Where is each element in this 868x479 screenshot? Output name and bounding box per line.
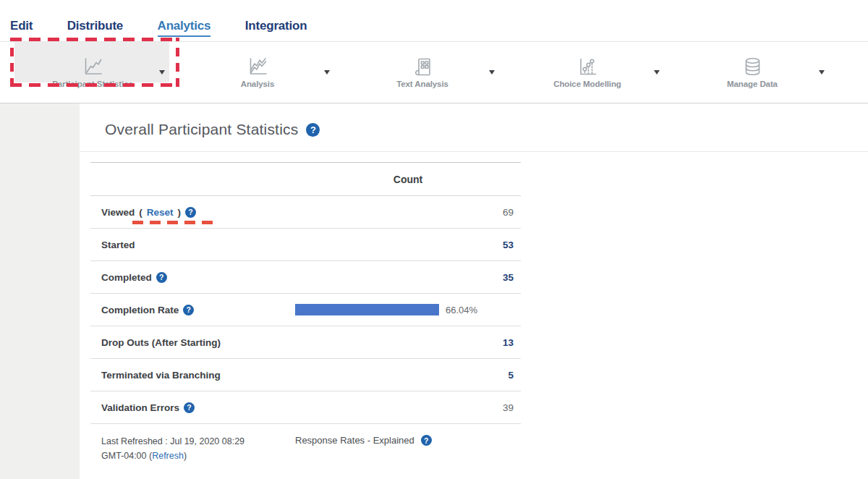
chevron-down-icon[interactable] xyxy=(654,70,660,75)
response-rates-label: Response Rates - Explained xyxy=(295,435,414,446)
chevron-down-icon[interactable] xyxy=(159,70,165,75)
row-label-text: Validation Errors xyxy=(101,402,179,413)
chevron-down-icon[interactable] xyxy=(819,70,825,75)
nav-item-edit[interactable]: Edit xyxy=(10,19,33,33)
row-label: Completed xyxy=(90,272,295,283)
completion-rate-bar xyxy=(295,304,439,315)
refresh-link[interactable]: Refresh xyxy=(152,451,184,461)
annotation-dashed-underline xyxy=(132,221,213,224)
row-label-text: Started xyxy=(101,240,135,250)
row-label: Validation Errors xyxy=(90,402,295,413)
page-content: Overall Participant Statistics Count Vie… xyxy=(0,103,868,479)
toolbar-item-choice-modelling[interactable]: Choice Modelling xyxy=(505,42,670,103)
divider xyxy=(80,151,868,152)
row-label-text: Completion Rate xyxy=(101,305,179,315)
row-label: Completion Rate xyxy=(90,305,295,315)
table-footer: Last Refreshed : Jul 19, 2020 08:29 GMT-… xyxy=(90,424,521,463)
last-refreshed-line2-suffix: ) xyxy=(184,451,187,461)
participant-statistics-card: Overall Participant Statistics Count Vie… xyxy=(80,103,868,479)
chevron-down-icon[interactable] xyxy=(324,70,330,75)
paren-open: ( xyxy=(139,207,142,218)
row-value: 39 xyxy=(295,402,521,413)
toolbar-item-participant-statistics[interactable]: Participant Statistics xyxy=(10,42,175,103)
row-value: 5 xyxy=(295,370,521,381)
toolbar-item-label: Choice Modelling xyxy=(553,80,621,88)
analytics-toolbar: Participant Statistics Analysis xyxy=(0,41,868,103)
document-grid-icon xyxy=(412,56,433,77)
nav-item-analytics[interactable]: Analytics xyxy=(158,19,211,37)
toolbar-item-label: Text Analysis xyxy=(396,80,448,88)
row-value: 35 xyxy=(295,272,521,283)
line-chart-icon xyxy=(82,56,103,77)
row-value: 53 xyxy=(295,240,521,250)
row-label-text: Drop Outs (After Starting) xyxy=(101,337,221,348)
row-label-text: Viewed xyxy=(101,207,135,218)
chevron-down-icon[interactable] xyxy=(489,70,495,75)
row-value: 13 xyxy=(295,337,521,348)
table-row-drop-outs: Drop Outs (After Starting) 13 xyxy=(90,326,521,359)
help-icon[interactable] xyxy=(421,435,432,446)
response-rates-explained: Response Rates - Explained xyxy=(295,434,432,463)
table-row-validation-errors: Validation Errors 39 xyxy=(90,391,521,424)
row-label: Viewed ( Reset ) xyxy=(90,207,295,218)
help-icon[interactable] xyxy=(156,272,167,283)
row-label-text: Terminated via Branching xyxy=(101,370,221,381)
row-label: Terminated via Branching xyxy=(90,370,295,381)
table-row-completion-rate: Completion Rate 66.04% xyxy=(90,294,521,326)
row-label: Drop Outs (After Starting) xyxy=(90,337,295,348)
last-refreshed-line2-prefix: GMT-04:00 ( xyxy=(101,451,152,461)
help-icon[interactable] xyxy=(183,305,194,315)
statistics-table: Count Viewed ( Reset ) 69 Started xyxy=(90,162,521,463)
multi-line-chart-icon xyxy=(247,56,268,77)
nav-item-integration[interactable]: Integration xyxy=(245,19,307,33)
toolbar-item-manage-data[interactable]: Manage Data xyxy=(670,42,835,103)
top-navigation: Edit Distribute Analytics Integration xyxy=(0,0,868,41)
toolbar-item-text-analysis[interactable]: Text Analysis xyxy=(340,42,505,103)
table-row-viewed: Viewed ( Reset ) 69 xyxy=(90,196,521,229)
reset-link[interactable]: Reset xyxy=(147,207,174,218)
dot-bar-chart-icon xyxy=(576,56,598,77)
paren-close: ) xyxy=(178,207,182,218)
row-value: 69 xyxy=(295,207,521,218)
help-icon[interactable] xyxy=(306,123,320,137)
row-label-text: Completed xyxy=(101,272,152,283)
help-icon[interactable] xyxy=(185,207,196,218)
last-refreshed-line1: Last Refreshed : Jul 19, 2020 08:29 xyxy=(101,436,244,446)
completion-rate-percent: 66.04% xyxy=(446,305,477,315)
last-refreshed-text: Last Refreshed : Jul 19, 2020 08:29 GMT-… xyxy=(90,434,295,463)
toolbar-item-label: Analysis xyxy=(241,80,275,88)
toolbar-item-analysis[interactable]: Analysis xyxy=(175,42,340,103)
table-row-completed: Completed 35 xyxy=(90,261,521,294)
nav-item-distribute[interactable]: Distribute xyxy=(67,19,123,33)
help-icon[interactable] xyxy=(184,402,195,413)
completion-rate-cell: 66.04% xyxy=(295,304,521,315)
table-row-started: Started 53 xyxy=(90,229,521,261)
card-title-row: Overall Participant Statistics xyxy=(105,119,846,151)
table-header-row: Count xyxy=(90,162,521,196)
count-column-header: Count xyxy=(295,174,521,185)
table-row-terminated: Terminated via Branching 5 xyxy=(90,359,521,391)
toolbar-item-label: Participant Statistics xyxy=(52,80,133,88)
page-title: Overall Participant Statistics xyxy=(105,121,298,138)
database-icon xyxy=(741,56,763,77)
row-label: Started xyxy=(90,240,295,250)
toolbar-item-label: Manage Data xyxy=(727,80,778,88)
